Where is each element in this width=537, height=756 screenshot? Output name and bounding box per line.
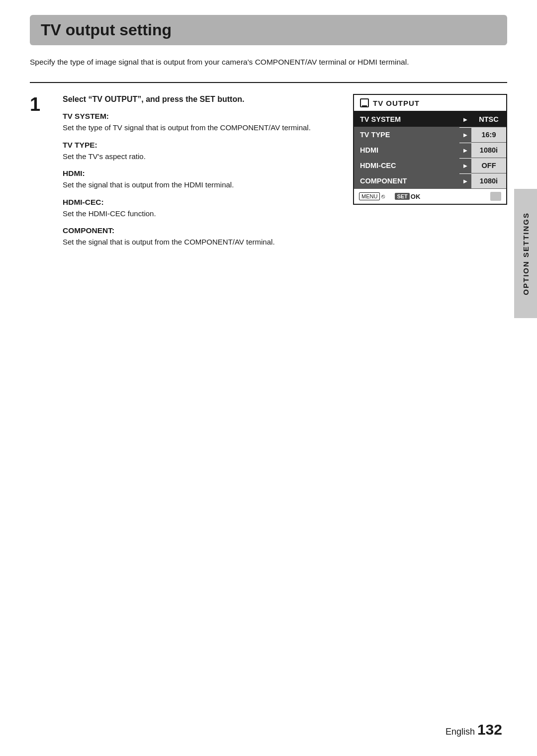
panel-row-tv-system: TV SYSTEM ► NTSC (354, 112, 506, 127)
panel-row-tv-type-value: 16:9 (471, 127, 506, 142)
tv-output-panel-container: TV OUTPUT TV SYSTEM ► NTSC TV TYPE ► 16:… (353, 94, 507, 205)
footer-thumb-icon (490, 192, 501, 201)
page-title: TV output setting (41, 21, 496, 39)
menu-item-hdmi-title: HDMI: (63, 169, 338, 178)
panel-row-hdmi: HDMI ► 1080i (354, 143, 506, 158)
step-number: 1 (30, 95, 48, 114)
panel-row-hdmi-label: HDMI (354, 143, 459, 158)
panel-row-hdmi-arrow: ► (459, 143, 471, 158)
side-tab: OPTION SETTINGS (514, 189, 537, 318)
panel-row-tv-system-value: NTSC (471, 112, 506, 127)
menu-item-hdmi-cec-desc: Set the HDMI-CEC function. (63, 208, 338, 220)
tv-output-panel: TV OUTPUT TV SYSTEM ► NTSC TV TYPE ► 16:… (353, 94, 507, 205)
panel-row-hdmi-cec-label: HDMI-CEC (354, 158, 459, 173)
step-content: Select “TV OUTPUT”, and press the SET bu… (63, 94, 338, 255)
menu-item-tv-system: TV SYSTEM: Set the type of TV signal tha… (63, 112, 338, 134)
footer-ok-label: OK (411, 193, 421, 200)
menu-icon: MENU (359, 192, 380, 200)
menu-item-tv-type-desc: Set the TV's aspect ratio. (63, 151, 338, 163)
panel-row-hdmi-value: 1080i (471, 143, 506, 158)
panel-row-hdmi-cec: HDMI-CEC ► OFF (354, 158, 506, 173)
menu-item-component-title: COMPONENT: (63, 226, 338, 235)
page-word: English (446, 727, 475, 737)
page-number: 132 (477, 721, 502, 738)
menu-item-component: COMPONENT: Set the signal that is output… (63, 226, 338, 248)
panel-row-tv-system-arrow: ► (459, 112, 471, 127)
footer-menu: MENU ⎋ (359, 192, 385, 200)
step-row: 1 Select “TV OUTPUT”, and press the SET … (30, 94, 507, 255)
menu-item-tv-system-desc: Set the type of TV signal that is output… (63, 122, 338, 134)
section-divider (30, 82, 507, 83)
menu-item-tv-type: TV TYPE: Set the TV's aspect ratio. (63, 141, 338, 163)
footer-menu-arrow: ⎋ (381, 193, 385, 200)
panel-footer: MENU ⎋ SET OK (354, 188, 506, 204)
panel-row-hdmi-cec-value: OFF (471, 158, 506, 173)
panel-header-text: TV OUTPUT (373, 99, 420, 107)
panel-row-component-label: COMPONENT (354, 173, 459, 188)
menu-item-tv-type-title: TV TYPE: (63, 141, 338, 150)
page-footer: English 132 (446, 721, 502, 738)
menu-item-hdmi-cec: HDMI-CEC: Set the HDMI-CEC function. (63, 198, 338, 220)
panel-row-tv-system-label: TV SYSTEM (354, 112, 459, 127)
intro-text: Specify the type of image signal that is… (30, 56, 507, 68)
display-icon (360, 98, 369, 107)
title-bar: TV output setting (30, 15, 507, 45)
panel-row-component-arrow: ► (459, 174, 471, 188)
main-content: TV output setting Specify the type of im… (30, 0, 507, 255)
footer-ok: SET OK (395, 193, 420, 200)
menu-items-list: TV SYSTEM: Set the type of TV signal tha… (63, 112, 338, 248)
panel-row-tv-type-arrow: ► (459, 128, 471, 142)
panel-row-tv-type: TV TYPE ► 16:9 (354, 127, 506, 143)
menu-item-tv-system-title: TV SYSTEM: (63, 112, 338, 121)
panel-row-component-value: 1080i (471, 173, 506, 188)
page-container: OPTION SETTINGS TV output setting Specif… (0, 0, 537, 756)
step-instruction: Select “TV OUTPUT”, and press the SET bu… (63, 94, 338, 105)
panel-header: TV OUTPUT (354, 95, 506, 112)
panel-row-tv-type-label: TV TYPE (354, 127, 459, 142)
menu-item-hdmi: HDMI: Set the signal that is output from… (63, 169, 338, 191)
menu-item-component-desc: Set the signal that is output from the C… (63, 237, 338, 248)
side-tab-label: OPTION SETTINGS (522, 212, 530, 295)
panel-row-component: COMPONENT ► 1080i (354, 173, 506, 188)
menu-item-hdmi-cec-title: HDMI-CEC: (63, 198, 338, 207)
panel-row-hdmi-cec-arrow: ► (459, 159, 471, 173)
menu-item-hdmi-desc: Set the signal that is output from the H… (63, 179, 338, 191)
set-icon: SET (395, 193, 409, 200)
